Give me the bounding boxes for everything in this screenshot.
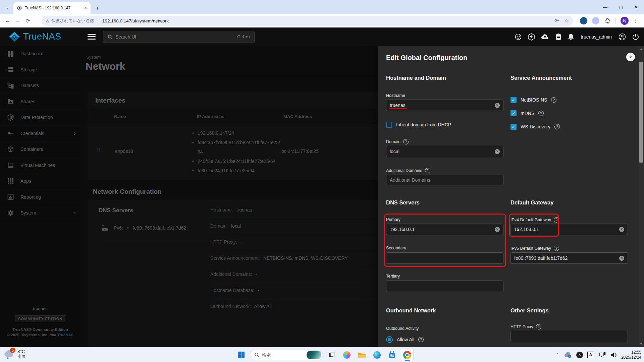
clear-icon[interactable]: ✕ (495, 103, 500, 108)
address-bar[interactable]: ⚠ 保護されていない通信 192.168.0.147/ui/system/net… (42, 16, 573, 26)
speaker-icon[interactable] (610, 352, 617, 358)
help-icon[interactable]: ? (554, 124, 560, 129)
menu-hamburger-icon[interactable] (88, 34, 96, 40)
help-icon[interactable]: ? (538, 111, 544, 116)
close-icon[interactable]: ✕ (626, 53, 635, 61)
dns-servers-heading: DNS Servers (386, 199, 420, 206)
jobs-clipboard-icon[interactable] (555, 33, 562, 41)
scrollbar-thumb[interactable] (639, 62, 643, 163)
warning-icon: ⚠ (46, 18, 49, 23)
tertiary-dns-label: Tertiary (386, 274, 400, 279)
search-highlight-image[interactable] (307, 351, 321, 359)
help-icon[interactable]: ? (403, 139, 409, 144)
clear-icon[interactable]: ✕ (495, 227, 500, 232)
help-icon[interactable]: ? (536, 324, 541, 329)
domain-input[interactable]: local ✕ (386, 146, 503, 157)
netbios-checkbox[interactable]: ✓ NetBIOS-NS ? (511, 97, 556, 103)
help-icon[interactable]: ? (418, 337, 424, 342)
security-warning[interactable]: ⚠ 保護されていない通信 (46, 18, 94, 24)
checkbox-checked-icon[interactable]: ✓ (511, 110, 517, 116)
truecommand-cloud-icon[interactable] (541, 34, 549, 40)
feedback-smiley-icon[interactable] (515, 33, 522, 41)
tab-title: TrueNAS - 192.168.0.147 (25, 6, 81, 10)
tab-close-icon[interactable]: ✕ (84, 6, 87, 10)
reload-button[interactable]: ⟳ (23, 18, 33, 24)
search-icon (107, 34, 113, 40)
network-icon[interactable] (598, 352, 606, 358)
copilot-button[interactable] (340, 349, 353, 361)
help-icon[interactable]: ? (551, 97, 556, 103)
browser-tab[interactable]: TrueNAS - 192.168.0.147 ✕ (13, 2, 91, 14)
window-minimize-button[interactable]: — (603, 5, 607, 10)
extension-icon[interactable] (580, 17, 587, 24)
back-button[interactable]: ← (3, 18, 13, 24)
ipv6-gateway-input[interactable]: fe80::7693:daff:feb1:7d62 ✕ (511, 252, 628, 264)
radio-selected-icon[interactable] (386, 336, 393, 343)
username-text: truenas_admin (581, 34, 612, 40)
weather-widget[interactable]: 5 8°C 小雨 (3, 349, 25, 359)
account-person-icon[interactable] (618, 33, 626, 41)
inherit-domain-checkbox[interactable]: Inherit domain from DHCP (386, 122, 451, 128)
window-maximize-button[interactable]: ▢ (619, 5, 623, 10)
start-button[interactable] (235, 349, 248, 361)
allow-all-radio[interactable]: Allow All ? (386, 336, 424, 343)
screen: ⌄ TrueNAS - 192.168.0.147 ✕ ＋ — ▢ ✕ ← → … (0, 0, 644, 362)
browser-menu-icon[interactable]: ⋮ (633, 18, 639, 24)
taskbar-clock[interactable]: 12:55 2025/12/24 (621, 350, 641, 360)
primary-dns-input[interactable]: 192.168.0.1 ✕ (386, 224, 503, 235)
ipv4-gateway-input[interactable]: 192.168.0.1 ✕ (511, 224, 628, 235)
clear-icon[interactable]: ✕ (495, 149, 500, 154)
additional-domains-label: Additional Domains ? (386, 168, 430, 173)
help-icon[interactable]: ? (554, 246, 559, 251)
scroll-up-icon[interactable]: ▲ (638, 47, 644, 51)
ws-discovery-checkbox[interactable]: ✓ WS-Discovery ? (511, 124, 560, 130)
ix-systems-icon[interactable] (528, 33, 535, 41)
checkbox-checked-icon[interactable]: ✓ (511, 97, 517, 103)
profile-avatar[interactable]: 玲 (621, 17, 629, 25)
file-explorer-button[interactable] (356, 349, 368, 361)
extension-icon[interactable] (592, 17, 599, 24)
tab-search-button[interactable]: ⌄ (3, 3, 12, 12)
password-key-icon[interactable] (554, 17, 560, 24)
edit-global-configuration-panel: Edit Global Configuration ✕ Hostname and… (378, 46, 638, 347)
windows-start-icon (237, 351, 245, 359)
power-icon[interactable] (632, 33, 639, 41)
store-button[interactable] (386, 349, 398, 361)
clear-icon[interactable]: ✕ (619, 227, 624, 232)
tray-app-a-icon[interactable]: A (587, 352, 594, 358)
new-tab-button[interactable]: ＋ (95, 4, 100, 12)
taskbar: 5 8°C 小雨 検索 (0, 347, 644, 362)
edge-button[interactable] (371, 349, 383, 361)
tertiary-dns-input[interactable] (386, 281, 503, 292)
clear-icon[interactable]: ✕ (619, 256, 624, 261)
tray-expand-icon[interactable]: ⌃ (556, 353, 559, 357)
ui-search-input[interactable]: Search UI Ctrl + / (103, 31, 255, 43)
help-icon[interactable]: ? (554, 217, 559, 223)
extensions-puzzle-icon[interactable] (604, 17, 611, 24)
truenas-logo-icon (9, 32, 20, 42)
task-view-button[interactable] (325, 349, 338, 361)
tray-app-x-icon[interactable]: ✕ (576, 352, 583, 358)
http-proxy-input[interactable] (511, 331, 628, 342)
notifications-bell-icon[interactable] (568, 33, 574, 41)
weather-temp: 8°C (17, 349, 25, 354)
chrome-icon (403, 351, 411, 359)
scroll-down-icon[interactable]: ▼ (638, 342, 644, 346)
window-close-button[interactable]: ✕ (634, 5, 638, 10)
help-icon[interactable]: ? (425, 168, 430, 173)
truenas-logo[interactable]: TrueNAS (9, 32, 61, 42)
checkbox-unchecked-icon[interactable] (386, 122, 392, 128)
onedrive-icon[interactable]: i (564, 352, 572, 358)
taskbar-search[interactable]: 検索 (250, 350, 323, 360)
chrome-button[interactable] (401, 349, 414, 361)
additional-domains-input[interactable]: Additional Domains (386, 175, 503, 185)
notification-badge: 5 (10, 348, 15, 353)
bookmark-star-icon[interactable]: ☆ (565, 18, 569, 24)
truenas-favicon (17, 5, 22, 11)
secondary-dns-input[interactable] (386, 252, 503, 264)
checkbox-checked-icon[interactable]: ✓ (511, 124, 517, 130)
mdns-checkbox[interactable]: ✓ mDNS ? (511, 110, 544, 116)
page-scrollbar[interactable]: ▲ ▼ (638, 46, 644, 347)
hostname-input[interactable]: truenas ✕ (386, 100, 503, 111)
forward-button[interactable]: → (13, 18, 23, 24)
